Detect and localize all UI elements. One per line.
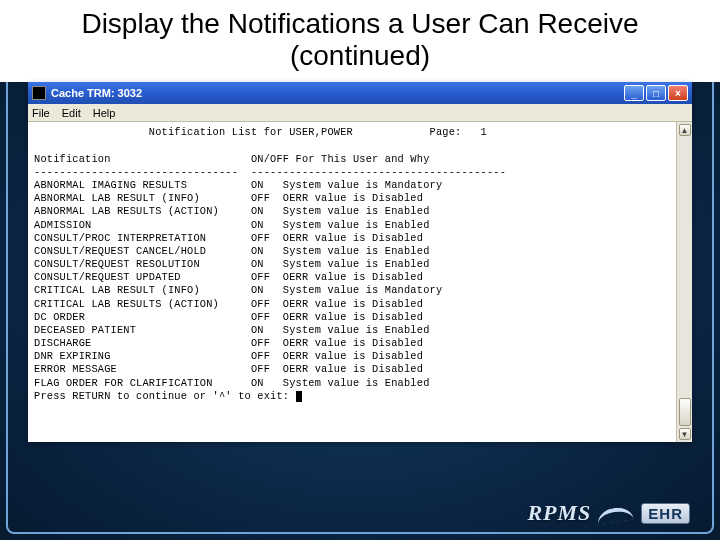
- menu-help[interactable]: Help: [93, 107, 116, 119]
- minimize-button[interactable]: _: [624, 85, 644, 101]
- maximize-button[interactable]: □: [646, 85, 666, 101]
- window-buttons: _ □ ×: [624, 85, 688, 101]
- vertical-scrollbar[interactable]: ▲ ▼: [676, 122, 692, 442]
- scroll-down-arrow-icon[interactable]: ▼: [679, 428, 691, 440]
- scroll-up-arrow-icon[interactable]: ▲: [679, 124, 691, 136]
- app-icon: [32, 86, 46, 100]
- terminal-window: Cache TRM: 3032 _ □ × File Edit Help Not…: [28, 82, 692, 442]
- footer-logo: RPMS EHR: [527, 500, 690, 526]
- rpms-logo-text: RPMS: [527, 500, 591, 526]
- menu-edit[interactable]: Edit: [62, 107, 81, 119]
- terminal-area: Notification List for USER,POWER Page: 1…: [28, 122, 692, 442]
- slide-title: Display the Notifications a User Can Rec…: [0, 0, 720, 82]
- menu-bar: File Edit Help: [28, 104, 692, 122]
- close-button[interactable]: ×: [668, 85, 688, 101]
- swoosh-icon: [597, 502, 635, 524]
- menu-file[interactable]: File: [32, 107, 50, 119]
- terminal-output[interactable]: Notification List for USER,POWER Page: 1…: [28, 122, 676, 442]
- terminal-cursor: [296, 391, 302, 402]
- window-titlebar[interactable]: Cache TRM: 3032 _ □ ×: [28, 82, 692, 104]
- window-title-text: Cache TRM: 3032: [51, 87, 624, 99]
- ehr-badge: EHR: [641, 503, 690, 524]
- scroll-thumb[interactable]: [679, 398, 691, 426]
